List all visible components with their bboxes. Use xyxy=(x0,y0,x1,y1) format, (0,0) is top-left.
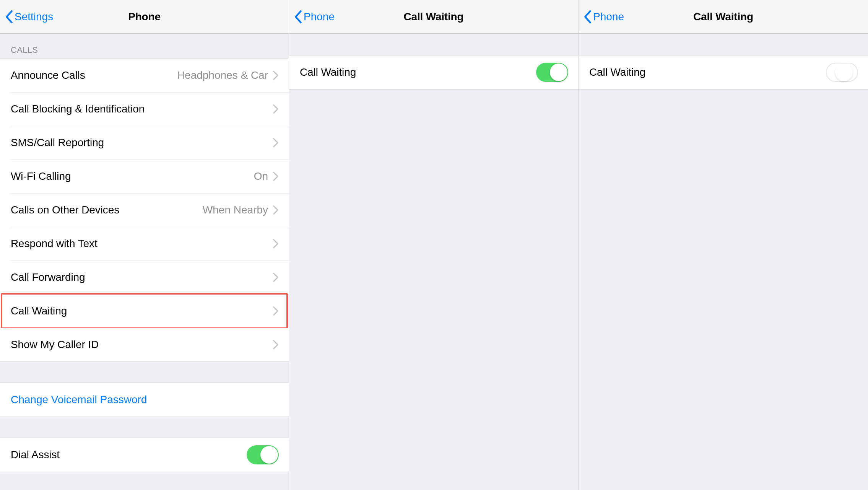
row-show-caller-id[interactable]: Show My Caller ID xyxy=(0,328,289,361)
row-sms-reporting[interactable]: SMS/Call Reporting xyxy=(0,126,289,160)
row-value: Headphones & Car xyxy=(177,69,268,81)
row-label: Calls on Other Devices xyxy=(11,204,119,216)
chevron-left-icon xyxy=(584,10,592,23)
chevron-right-icon xyxy=(273,272,279,282)
toggle-knob xyxy=(835,63,853,81)
chevron-right-icon xyxy=(273,138,279,148)
call-waiting-list: Call Waiting xyxy=(289,55,578,90)
row-label: Wi-Fi Calling xyxy=(11,170,71,182)
nav-back-label: Settings xyxy=(15,11,53,23)
nav-back-button[interactable]: Settings xyxy=(5,0,53,34)
row-change-voicemail-password[interactable]: Change Voicemail Password xyxy=(0,383,289,417)
row-dial-assist: Dial Assist xyxy=(0,438,289,472)
row-wifi-calling[interactable]: Wi-Fi Calling On xyxy=(0,160,289,193)
chevron-left-icon xyxy=(5,10,13,23)
row-call-waiting-toggle: Call Waiting xyxy=(579,55,868,89)
call-waiting-toggle[interactable] xyxy=(826,63,858,82)
chevron-right-icon xyxy=(273,104,279,114)
row-call-waiting[interactable]: Call Waiting xyxy=(0,294,289,328)
row-call-waiting-toggle: Call Waiting xyxy=(289,55,578,89)
toggle-knob xyxy=(260,446,278,464)
row-label: Dial Assist xyxy=(11,449,60,461)
nav-back-label: Phone xyxy=(304,11,335,23)
row-call-blocking[interactable]: Call Blocking & Identification xyxy=(0,92,289,126)
chevron-right-icon xyxy=(273,171,279,181)
section-gap xyxy=(0,362,289,383)
row-announce-calls[interactable]: Announce Calls Headphones & Car xyxy=(0,59,289,92)
screen-call-waiting-loading: Phone Call Waiting Call Waiting xyxy=(579,0,868,490)
row-value: On xyxy=(254,170,268,182)
row-label: Call Forwarding xyxy=(11,271,85,283)
chevron-right-icon xyxy=(273,239,279,249)
screen-call-waiting-on: Phone Call Waiting Call Waiting xyxy=(289,0,579,490)
dial-assist-toggle[interactable] xyxy=(247,445,279,464)
nav-back-button[interactable]: Phone xyxy=(584,0,624,34)
row-respond-with-text[interactable]: Respond with Text xyxy=(0,227,289,260)
chevron-right-icon xyxy=(273,340,279,350)
section-gap xyxy=(0,417,289,438)
navbar: Phone Call Waiting xyxy=(289,0,578,34)
row-calls-other-devices[interactable]: Calls on Other Devices When Nearby xyxy=(0,193,289,227)
nav-back-label: Phone xyxy=(593,11,624,23)
toggle-knob xyxy=(550,63,567,81)
screen-phone-settings: Settings Phone CALLS Announce Calls Head… xyxy=(0,0,289,490)
calls-list: Announce Calls Headphones & Car Call Blo… xyxy=(0,58,289,362)
call-waiting-list: Call Waiting xyxy=(579,55,868,90)
row-label: Call Waiting xyxy=(589,66,645,78)
chevron-right-icon xyxy=(273,306,279,316)
dial-assist-list: Dial Assist xyxy=(0,438,289,472)
row-label: SMS/Call Reporting xyxy=(11,137,104,149)
row-label: Call Waiting xyxy=(300,66,356,78)
section-header-calls: CALLS xyxy=(0,34,289,58)
navbar: Phone Call Waiting xyxy=(579,0,868,34)
chevron-left-icon xyxy=(294,10,302,23)
nav-back-button[interactable]: Phone xyxy=(294,0,335,34)
chevron-right-icon xyxy=(273,205,279,215)
call-waiting-toggle[interactable] xyxy=(536,63,568,82)
chevron-right-icon xyxy=(273,70,279,80)
row-call-forwarding[interactable]: Call Forwarding xyxy=(0,260,289,294)
row-value: When Nearby xyxy=(203,204,268,216)
row-label: Respond with Text xyxy=(11,238,98,250)
voicemail-list: Change Voicemail Password xyxy=(0,383,289,417)
row-label: Change Voicemail Password xyxy=(11,394,147,406)
row-label: Call Waiting xyxy=(11,305,67,317)
row-label: Show My Caller ID xyxy=(11,339,99,351)
row-label: Call Blocking & Identification xyxy=(11,103,145,115)
navbar: Settings Phone xyxy=(0,0,289,34)
row-label: Announce Calls xyxy=(11,69,85,81)
